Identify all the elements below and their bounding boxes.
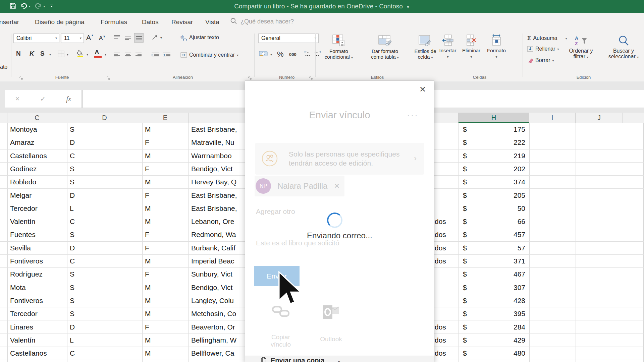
cell-d[interactable]: S bbox=[70, 281, 140, 294]
cell-city[interactable]: Burbank, Calif bbox=[191, 242, 244, 254]
outlook-option[interactable]: Outlook bbox=[311, 305, 351, 343]
cell-city[interactable]: East Brisbane, bbox=[191, 123, 244, 136]
insert-function-icon[interactable]: fx bbox=[66, 95, 71, 103]
cell-d[interactable]: C bbox=[70, 255, 140, 267]
message-placeholder[interactable]: Este es el libro que solicitó bbox=[256, 239, 339, 247]
shrink-font-button[interactable]: A▼ bbox=[99, 35, 106, 42]
cell-lastname[interactable]: Sevilla bbox=[10, 242, 65, 254]
align-left-button[interactable] bbox=[114, 53, 120, 59]
font-dialog-launcher-icon[interactable] bbox=[107, 75, 110, 79]
underline-dropdown-icon[interactable]: ▾ bbox=[49, 53, 51, 56]
enter-icon[interactable]: ✓ bbox=[40, 95, 46, 103]
underline-button[interactable]: S bbox=[40, 50, 45, 57]
orientation-button[interactable] bbox=[152, 34, 158, 42]
align-center-button[interactable] bbox=[125, 53, 131, 59]
cell-d[interactable]: S bbox=[70, 294, 140, 307]
cell-city[interactable]: Matraville, Nu bbox=[191, 136, 244, 149]
cell-lastname[interactable]: Linares bbox=[10, 321, 65, 334]
increase-indent-button[interactable] bbox=[163, 53, 170, 59]
fill-color-dropdown-icon[interactable]: ▾ bbox=[87, 53, 88, 56]
cell-d[interactable]: D bbox=[70, 242, 140, 254]
cell-city[interactable]: East Brisbane, bbox=[191, 202, 244, 215]
cell-amount[interactable]: 219 bbox=[476, 149, 525, 162]
cell-city[interactable]: Beaverton, Or bbox=[191, 321, 244, 334]
ellipsis-menu-icon[interactable]: ··· bbox=[407, 110, 419, 121]
cell-e[interactable]: F bbox=[145, 321, 187, 334]
cell-lastname[interactable]: Mota bbox=[10, 281, 65, 294]
cell-city[interactable]: Sunbury, Vict bbox=[191, 268, 244, 281]
cell-lastname[interactable]: Fontiveros bbox=[10, 294, 65, 307]
cell-city[interactable]: Redmond, Wa bbox=[191, 228, 244, 241]
cell-lastname[interactable]: Fuentes bbox=[10, 228, 65, 241]
cell-city[interactable]: Hervey Bay, Q bbox=[191, 176, 244, 188]
cell-e[interactable]: M bbox=[145, 307, 187, 320]
cell-lastname[interactable]: Montoya bbox=[10, 123, 65, 136]
cell-d[interactable]: C bbox=[70, 215, 140, 228]
cell-amount[interactable]: 307 bbox=[476, 281, 525, 294]
format-as-table-button[interactable]: Dar formatocomo tabla ▾ bbox=[364, 34, 406, 60]
cell-e[interactable]: F bbox=[145, 189, 187, 202]
cell-amount[interactable]: 371 bbox=[476, 255, 525, 267]
column-header-b-sliver[interactable] bbox=[0, 113, 7, 123]
cell-d[interactable]: S bbox=[70, 123, 140, 136]
cell-e[interactable]: M bbox=[145, 255, 187, 267]
percent-style-button[interactable]: % bbox=[277, 50, 284, 59]
cell-e[interactable]: M bbox=[145, 334, 187, 347]
send-copy-button[interactable]: Enviar una copia ⌄ bbox=[261, 357, 341, 362]
fill-color-button[interactable] bbox=[76, 49, 85, 59]
cell-d[interactable]: S bbox=[70, 307, 140, 320]
grow-font-button[interactable]: A▲ bbox=[86, 34, 94, 42]
cell-d[interactable]: C bbox=[70, 149, 140, 162]
cell-e[interactable]: M bbox=[145, 202, 187, 215]
window-title[interactable]: Compartir un libro - Se ha guardado en O… bbox=[0, 0, 644, 13]
delete-cells-button[interactable]: Eliminar▾ bbox=[460, 34, 482, 60]
cell-city[interactable]: Bellflower, Ca bbox=[191, 347, 244, 360]
align-bottom-button-selected[interactable] bbox=[134, 33, 144, 43]
cell-e[interactable]: M bbox=[145, 347, 187, 360]
borders-button[interactable] bbox=[58, 51, 64, 59]
cell-amount[interactable]: 457 bbox=[476, 228, 525, 241]
cell-amount[interactable]: 66 bbox=[476, 215, 525, 228]
orientation-dropdown-icon[interactable]: ▾ bbox=[160, 36, 162, 40]
cell-d[interactable]: S bbox=[70, 163, 140, 175]
cell-city[interactable]: Metchosin, Co bbox=[191, 307, 244, 320]
alignment-dialog-launcher-icon[interactable] bbox=[248, 75, 252, 79]
font-color-dropdown-icon[interactable]: ▾ bbox=[105, 53, 106, 56]
add-recipient-placeholder[interactable]: Agregar otro bbox=[256, 207, 295, 216]
cell-amount[interactable]: 467 bbox=[476, 268, 525, 281]
cell-e[interactable]: F bbox=[145, 268, 187, 281]
cell-city[interactable]: Lebanon, Ore bbox=[191, 215, 244, 228]
cell-city[interactable]: Langley, Colu bbox=[191, 294, 244, 307]
cell-lastname[interactable]: Rodríguez bbox=[10, 268, 65, 281]
cell-country-fragment[interactable]: dos bbox=[435, 255, 457, 267]
borders-dropdown-icon[interactable]: ▾ bbox=[67, 53, 68, 56]
remove-recipient-icon[interactable]: ✕ bbox=[334, 176, 340, 196]
italic-button[interactable]: K bbox=[30, 50, 34, 57]
align-top-button[interactable] bbox=[114, 35, 120, 41]
font-size-select[interactable]: 11▾ bbox=[61, 34, 84, 43]
decrease-indent-button[interactable] bbox=[152, 53, 159, 59]
number-dialog-launcher-icon[interactable] bbox=[309, 75, 313, 79]
recipient-chip[interactable]: NP Naiara Padilla ✕ bbox=[255, 176, 344, 196]
bold-button[interactable]: N bbox=[16, 50, 21, 57]
cell-country-fragment[interactable]: dos bbox=[435, 321, 457, 334]
tab-vista[interactable]: Vista bbox=[205, 18, 219, 26]
cell-lastname[interactable]: Castellanos bbox=[10, 347, 65, 360]
clipboard-dialog-launcher-icon[interactable] bbox=[19, 75, 23, 79]
increase-decimal-button[interactable] bbox=[304, 51, 311, 59]
column-header-h-selected[interactable]: H bbox=[459, 113, 529, 123]
cell-e[interactable]: M bbox=[145, 281, 187, 294]
cell-lastname[interactable]: Amaraz bbox=[10, 136, 65, 149]
title-dropdown-icon[interactable]: ▼ bbox=[406, 5, 410, 9]
cell-city[interactable]: Bellingham, W bbox=[191, 334, 244, 347]
cell-country-fragment[interactable]: dos bbox=[435, 334, 457, 347]
align-middle-button[interactable] bbox=[125, 36, 131, 42]
cell-lastname[interactable]: Robledo bbox=[10, 176, 65, 188]
cell-city[interactable]: Bendigo, Vict bbox=[191, 163, 244, 175]
column-header-d[interactable]: D bbox=[67, 113, 142, 123]
cell-lastname[interactable]: Tercedor bbox=[10, 307, 65, 320]
cell-country-fragment[interactable]: dos bbox=[435, 242, 457, 254]
cancel-icon[interactable]: × bbox=[15, 95, 20, 103]
cell-e[interactable]: F bbox=[145, 242, 187, 254]
wrap-text-button[interactable]: ab Ajustar texto bbox=[180, 35, 219, 41]
